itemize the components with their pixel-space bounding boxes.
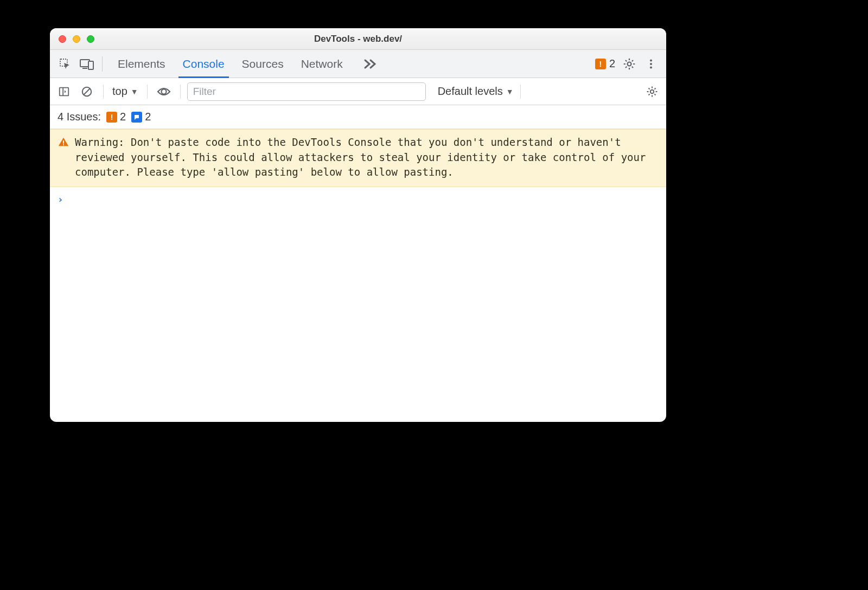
settings-button[interactable] [618,53,640,75]
devtools-window: DevTools - web.dev/ Elements Console Sou… [50,28,666,422]
window-title: DevTools - web.dev/ [50,34,666,44]
divider [103,85,104,99]
issues-row: 4 Issues: ! 2 2 [50,105,666,129]
svg-rect-16 [63,144,64,145]
tabs: Elements Console Sources Network [117,50,381,78]
svg-point-13 [650,89,654,93]
warning-badge-icon: ! [106,112,117,123]
svg-rect-15 [63,140,64,144]
issues-info-link[interactable]: 2 [131,111,151,123]
self-xss-warning: Warning: Don't paste code into the DevTo… [50,129,666,187]
issues-label: 4 Issues: [58,111,101,123]
inspect-element-button[interactable] [54,53,76,75]
divider [180,85,181,99]
svg-rect-3 [88,61,93,69]
live-expression-button[interactable] [154,82,174,101]
svg-point-5 [650,59,652,61]
svg-point-12 [161,89,166,94]
divider [520,85,521,99]
context-selector[interactable]: top ▼ [110,85,141,98]
dropdown-icon: ▼ [506,87,514,96]
log-levels-selector[interactable]: Default levels ▼ [438,85,514,98]
svg-line-11 [84,88,90,94]
clear-console-button[interactable] [77,82,97,101]
maximize-window-button[interactable] [87,35,94,43]
more-options-button[interactable] [640,53,662,75]
issues-warn-count: 2 [120,111,126,123]
issues-indicator[interactable]: ! 2 [595,57,615,70]
warning-text: Warning: Don't paste code into the DevTo… [75,135,659,180]
warning-icon [58,136,69,148]
issues-count: 2 [609,57,615,70]
close-window-button[interactable] [59,35,66,43]
device-toolbar-button[interactable] [76,53,98,75]
svg-rect-8 [60,87,69,95]
svg-point-7 [650,66,652,68]
info-badge-icon [131,112,142,123]
console-toolbar: top ▼ Default levels ▼ [50,78,666,105]
svg-rect-14 [135,115,139,118]
divider [102,56,103,72]
tab-elements[interactable]: Elements [117,50,167,78]
filter-input[interactable] [187,82,426,101]
issues-info-count: 2 [145,111,151,123]
svg-point-6 [650,62,652,65]
toggle-sidebar-button[interactable] [54,82,74,101]
tab-network[interactable]: Network [300,50,344,78]
tab-sources[interactable]: Sources [241,50,285,78]
traffic-lights [50,35,94,43]
levels-label: Default levels [438,85,503,98]
main-tabbar: Elements Console Sources Network ! 2 [50,50,666,78]
svg-point-4 [628,62,631,66]
tab-console[interactable]: Console [182,50,226,78]
dropdown-icon: ▼ [131,87,138,96]
minimize-window-button[interactable] [73,35,80,43]
more-tabs-button[interactable] [359,50,381,78]
titlebar: DevTools - web.dev/ [50,28,666,50]
divider [147,85,148,99]
warning-badge-icon: ! [595,59,606,69]
issues-warnings-link[interactable]: ! 2 [106,111,126,123]
context-label: top [112,85,127,98]
console-settings-button[interactable] [642,82,662,101]
console-prompt[interactable]: › [50,187,666,211]
prompt-caret-icon: › [58,194,63,205]
